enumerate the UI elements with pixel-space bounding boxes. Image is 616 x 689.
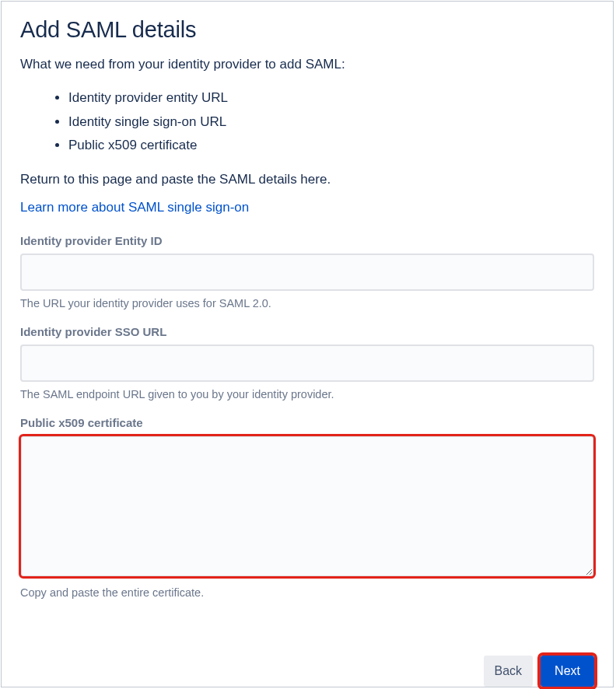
saml-details-panel: Add SAML details What we need from your … — [1, 1, 614, 687]
certificate-textarea[interactable] — [20, 435, 594, 577]
requirement-item: Public x509 certificate — [68, 134, 594, 158]
sso-url-field-group: Identity provider SSO URL The SAML endpo… — [20, 325, 594, 400]
sso-url-help: The SAML endpoint URL given to you by yo… — [20, 388, 594, 400]
next-button[interactable]: Next — [541, 656, 594, 687]
entity-id-label: Identity provider Entity ID — [20, 234, 594, 247]
certificate-field-group: Public x509 certificate Copy and paste t… — [20, 416, 594, 599]
entity-id-help: The URL your identity provider uses for … — [20, 297, 594, 310]
entity-id-input[interactable] — [20, 254, 594, 291]
sso-url-input[interactable] — [20, 344, 594, 382]
certificate-label: Public x509 certificate — [20, 416, 594, 429]
requirement-item: Identity single sign-on URL — [68, 110, 594, 135]
intro-text: What we need from your identity provider… — [20, 57, 594, 72]
requirement-item: Identity provider entity URL — [68, 86, 594, 110]
page-title: Add SAML details — [20, 17, 594, 43]
return-instruction: Return to this page and paste the SAML d… — [20, 172, 594, 187]
sso-url-label: Identity provider SSO URL — [20, 325, 594, 338]
certificate-help: Copy and paste the entire certificate. — [20, 586, 594, 599]
learn-more-link[interactable]: Learn more about SAML single sign-on — [20, 200, 249, 215]
requirements-list: Identity provider entity URL Identity si… — [20, 86, 594, 158]
button-row: Back Next — [484, 656, 594, 687]
entity-id-field-group: Identity provider Entity ID The URL your… — [20, 234, 594, 310]
back-button[interactable]: Back — [484, 656, 534, 687]
